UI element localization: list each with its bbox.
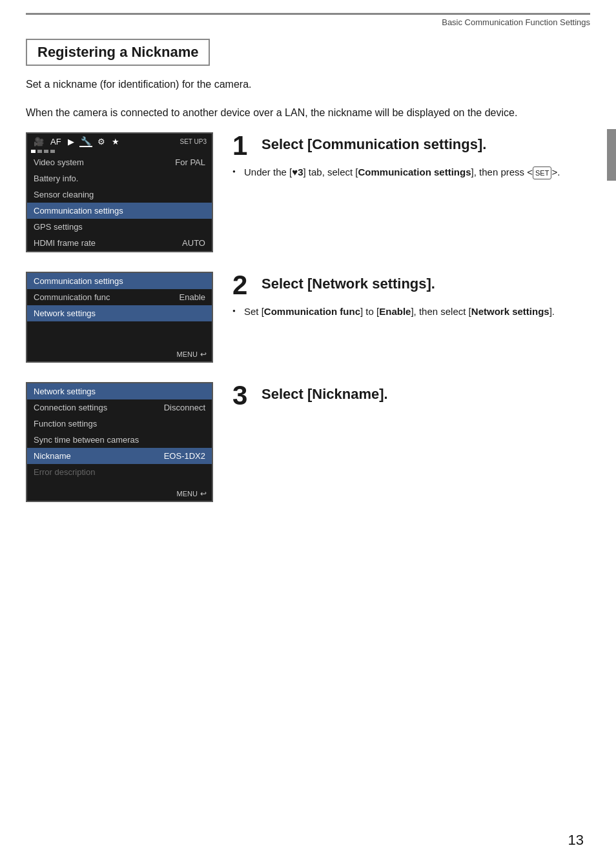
menu-item-battery: Battery info. bbox=[27, 170, 212, 187]
tab-camera-icon: 🎥 bbox=[32, 137, 45, 146]
intro-line-1: Set a nickname (for identification) for … bbox=[26, 76, 590, 93]
menu-item-conn-settings-label: Connection settings bbox=[34, 403, 107, 412]
menu-item-video-value: For PAL bbox=[175, 157, 205, 167]
step-1-number: 1 bbox=[232, 132, 255, 159]
step-2-bullet-1: Set [Communication func] to [Enable], th… bbox=[232, 304, 590, 320]
camera-top-bar: 🎥 AF ▶ 🔧 ⚙ ★ SET UP3 bbox=[27, 134, 212, 148]
set-label: SET UP3 bbox=[180, 138, 207, 145]
menu-item-empty-5 bbox=[27, 480, 212, 487]
steps-container: 🎥 AF ▶ 🔧 ⚙ ★ SET UP3 bbox=[26, 132, 590, 521]
step-2-description: 2 Select [Network settings]. Set [Commun… bbox=[232, 272, 590, 323]
menu-item-conn-settings-value: Disconnect bbox=[164, 403, 205, 412]
menu-label-2: MENU bbox=[177, 350, 198, 358]
menu-item-comm-func-label: Communication func bbox=[34, 292, 110, 302]
header-title: Basic Communication Function Settings bbox=[26, 15, 590, 32]
menu-item-sync-time: Sync time between cameras bbox=[27, 432, 212, 448]
section-heading: Registering a Nickname bbox=[37, 44, 198, 61]
cam-dots bbox=[27, 150, 212, 154]
tab-play-icon: ▶ bbox=[67, 137, 76, 146]
step-1-camera-screen: 🎥 AF ▶ 🔧 ⚙ ★ SET UP3 bbox=[26, 132, 213, 252]
step-1-bullet-1: Under the [♥3] tab, select [Communicatio… bbox=[232, 165, 590, 181]
menu-item-func-settings-label: Function settings bbox=[34, 419, 97, 429]
camera-tabs: 🎥 AF ▶ 🔧 ⚙ ★ bbox=[32, 136, 121, 147]
menu-item-gps: GPS settings bbox=[27, 219, 212, 235]
tab-gear-icon: ⚙ bbox=[96, 137, 107, 146]
step-1-menu: Video system For PAL Battery info. Senso… bbox=[27, 154, 212, 251]
menu-item-network: Network settings bbox=[27, 305, 212, 321]
menu-item-empty-4 bbox=[27, 341, 212, 347]
step-3-number-row: 3 Select [Nickname]. bbox=[232, 382, 590, 409]
step-2-row: Communication settings Communication fun… bbox=[26, 272, 590, 363]
step-3-camera-screen: Network settings Connection settings Dis… bbox=[26, 382, 213, 502]
menu-item-nickname-label: Nickname bbox=[34, 451, 71, 461]
menu-back-icon-3: ↩ bbox=[200, 489, 207, 498]
tab-star-icon: ★ bbox=[110, 137, 121, 146]
step-1-body: Under the [♥3] tab, select [Communicatio… bbox=[232, 165, 590, 181]
menu-item-empty-2 bbox=[27, 328, 212, 334]
menu-item-comm-func-value: Enable bbox=[180, 292, 205, 302]
tab-settings-icon: 🔧 bbox=[79, 136, 92, 147]
step-1-row: 🎥 AF ▶ 🔧 ⚙ ★ SET UP3 bbox=[26, 132, 590, 252]
step-1-description: 1 Select [Communication settings]. Under… bbox=[232, 132, 590, 183]
dot-1 bbox=[31, 150, 36, 153]
menu-item-nickname-value: EOS-1DX2 bbox=[164, 451, 205, 461]
step-3-menu: Connection settings Disconnect Function … bbox=[27, 399, 212, 487]
menu-item-comm: Communication settings bbox=[27, 203, 212, 219]
menu-item-hdmi-value: AUTO bbox=[182, 238, 205, 248]
menu-item-hdmi-label: HDMI frame rate bbox=[34, 238, 96, 248]
tab-af-icon: AF bbox=[49, 137, 63, 146]
menu-item-error-desc: Error description bbox=[27, 464, 212, 480]
menu-back-icon-2: ↩ bbox=[200, 350, 207, 359]
section-heading-box: Registering a Nickname bbox=[26, 39, 210, 66]
step-2-body: Set [Communication func] to [Enable], th… bbox=[232, 304, 590, 320]
dot-4 bbox=[50, 150, 55, 153]
menu-item-empty-3 bbox=[27, 334, 212, 341]
menu-item-func-settings: Function settings bbox=[27, 416, 212, 432]
menu-item-video: Video system For PAL bbox=[27, 154, 212, 170]
step-3-screen-title: Network settings bbox=[27, 383, 212, 399]
step-2-screen-title: Communication settings bbox=[27, 273, 212, 289]
menu-item-empty-1 bbox=[27, 321, 212, 328]
menu-label-3: MENU bbox=[177, 490, 198, 498]
menu-item-hdmi: HDMI frame rate AUTO bbox=[27, 235, 212, 251]
step-3-screen-footer: MENU ↩ bbox=[27, 487, 212, 501]
menu-item-error-desc-label: Error description bbox=[34, 467, 95, 477]
step-1-title: Select [Communication settings]. bbox=[262, 132, 486, 153]
step-1-number-row: 1 Select [Communication settings]. bbox=[232, 132, 590, 159]
menu-item-conn-settings: Connection settings Disconnect bbox=[27, 399, 212, 416]
menu-item-sensor: Sensor cleaning bbox=[27, 187, 212, 203]
menu-item-network-label: Network settings bbox=[34, 308, 96, 318]
step-3-row: Network settings Connection settings Dis… bbox=[26, 382, 590, 502]
step-2-screen-footer: MENU ↩ bbox=[27, 347, 212, 361]
step-2-number-row: 2 Select [Network settings]. bbox=[232, 272, 590, 299]
step-2-menu: Communication func Enable Network settin… bbox=[27, 289, 212, 347]
menu-item-nickname: Nickname EOS-1DX2 bbox=[27, 448, 212, 464]
menu-item-sensor-label: Sensor cleaning bbox=[34, 190, 94, 199]
menu-item-gps-label: GPS settings bbox=[34, 222, 83, 232]
menu-item-comm-func: Communication func Enable bbox=[27, 289, 212, 305]
step-2-camera-screen: Communication settings Communication fun… bbox=[26, 272, 213, 363]
step-3-number: 3 bbox=[232, 382, 255, 409]
menu-item-sync-time-label: Sync time between cameras bbox=[34, 435, 139, 445]
dot-3 bbox=[44, 150, 48, 153]
step-2-number: 2 bbox=[232, 272, 255, 299]
dot-2 bbox=[37, 150, 42, 153]
step-2-title: Select [Network settings]. bbox=[262, 272, 435, 292]
step-3-description: 3 Select [Nickname]. bbox=[232, 382, 590, 414]
side-tab bbox=[607, 129, 616, 181]
menu-item-video-label: Video system bbox=[34, 157, 84, 167]
main-content: Registering a Nickname Set a nickname (f… bbox=[26, 32, 590, 521]
menu-item-comm-label: Communication settings bbox=[34, 206, 123, 216]
intro-line-2: When the camera is connected to another … bbox=[26, 105, 590, 121]
step-3-title: Select [Nickname]. bbox=[262, 382, 388, 403]
page-number: 13 bbox=[568, 832, 584, 849]
menu-item-battery-label: Battery info. bbox=[34, 174, 78, 183]
